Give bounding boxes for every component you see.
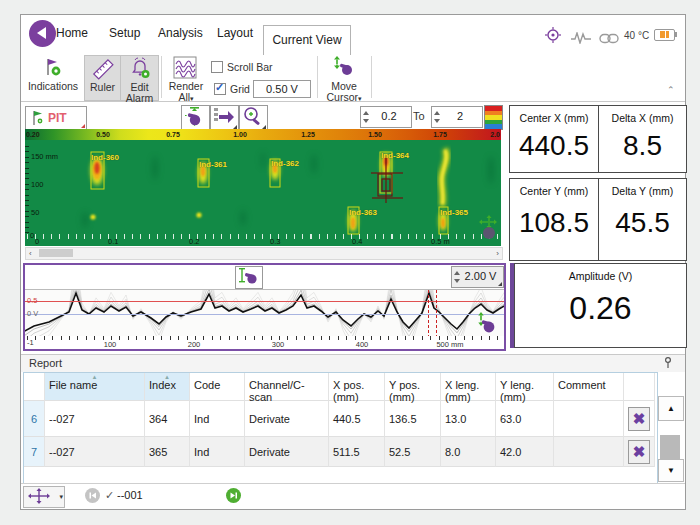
- indication-label[interactable]: Ind-361: [199, 160, 227, 169]
- cell-y-leng[interactable]: 63.0: [496, 401, 554, 437]
- cell-file-name[interactable]: --027: [45, 437, 145, 467]
- cell-y-pos[interactable]: 136.5: [385, 401, 441, 437]
- channel-corner-mark: [81, 124, 85, 128]
- palette-button[interactable]: [484, 105, 503, 130]
- header-channel[interactable]: Channel/C-scan: [245, 373, 329, 401]
- report-title: Report: [29, 357, 62, 369]
- cell-index[interactable]: 364: [145, 401, 190, 437]
- cell-code[interactable]: Ind: [190, 401, 245, 437]
- row-number[interactable]: 7: [24, 437, 45, 467]
- cursor-line-right[interactable]: [436, 290, 437, 336]
- pan-hand-icon: [182, 106, 207, 128]
- scroll-right-arrow[interactable]: ›: [496, 249, 499, 259]
- delta-x-label: Delta X (mm): [599, 112, 686, 124]
- menu-item-layout[interactable]: Layout: [217, 26, 253, 40]
- x-tick-label: 0: [35, 237, 39, 246]
- indications-button[interactable]: Indications: [23, 55, 83, 99]
- header-y-pos[interactable]: Y pos. (mm): [385, 373, 441, 401]
- skip-next-icon[interactable]: [226, 488, 241, 503]
- menu-item-analysis[interactable]: Analysis: [158, 26, 203, 40]
- scroll-down-button[interactable]: ▼: [658, 459, 684, 482]
- scrollbar-checkbox-row[interactable]: Scroll Bar: [211, 61, 273, 73]
- scrollbar-thumb[interactable]: [39, 249, 73, 257]
- cell-x-leng[interactable]: 8.0: [441, 437, 496, 467]
- cell-file-name[interactable]: --027: [45, 401, 145, 437]
- render-all-button[interactable]: Render All▾: [164, 55, 208, 99]
- header-file-name[interactable]: File name: [45, 373, 145, 401]
- indication-label[interactable]: Ind-360: [91, 153, 119, 162]
- cell-actions: ✖: [624, 437, 655, 467]
- grid-value-input[interactable]: 0.50 V: [253, 80, 311, 98]
- strip-move-cursor-icon[interactable]: [475, 312, 497, 336]
- tab-current-view[interactable]: Current View: [263, 25, 351, 55]
- cell-code[interactable]: Ind: [190, 437, 245, 467]
- back-button[interactable]: [29, 20, 56, 47]
- menu-item-home[interactable]: Home: [56, 26, 88, 40]
- cell-x-pos[interactable]: 511.5: [329, 437, 385, 467]
- header-x-pos[interactable]: X pos. (mm): [329, 373, 385, 401]
- pin-icon[interactable]: [663, 356, 673, 371]
- step-cursor-button[interactable]: [210, 105, 239, 131]
- indication-label[interactable]: Ind-362: [271, 159, 299, 168]
- delete-row-button[interactable]: ✖: [628, 407, 650, 431]
- indication-label[interactable]: Ind-365: [440, 208, 468, 217]
- cursor-line-left[interactable]: [428, 290, 429, 336]
- indication-label[interactable]: Ind-363: [349, 208, 377, 217]
- y-label-zero: 0 V: [27, 309, 38, 318]
- ruler-button[interactable]: Ruler: [84, 55, 121, 101]
- zero-line: [25, 314, 504, 315]
- amplitude-readout: Amplitude (V) 0.26: [514, 263, 687, 348]
- target-icon[interactable]: [545, 27, 561, 47]
- cell-y-pos[interactable]: 52.5: [385, 437, 441, 467]
- header-comment[interactable]: Comment: [554, 373, 624, 401]
- menu-item-setup[interactable]: Setup: [109, 26, 140, 40]
- skip-previous-icon[interactable]: [85, 488, 100, 503]
- row-number[interactable]: 6: [24, 401, 45, 437]
- strip-cursor-tool-button[interactable]: [235, 266, 263, 289]
- cell-channel[interactable]: Derivate: [245, 401, 329, 437]
- alarm-threshold-line: [25, 301, 504, 302]
- cell-comment[interactable]: [554, 437, 624, 467]
- grid-checkbox-row[interactable]: Grid: [214, 83, 250, 95]
- y-label-upper: 0.5: [27, 296, 37, 305]
- zoom-tool-button[interactable]: [239, 105, 268, 131]
- header-x-leng[interactable]: X leng. (mm): [441, 373, 496, 401]
- x-tick-label: 300: [272, 340, 285, 349]
- move-cursor-caret: ▾: [358, 95, 362, 102]
- header-index[interactable]: Index: [145, 373, 190, 401]
- indication-label[interactable]: Ind-364: [381, 151, 409, 160]
- range-from-spinner[interactable]: 0.2: [360, 106, 412, 128]
- cscan-map[interactable]: 150 mm 100 50 0 0 0.1 0.2 0.3 0.4 0.5 m …: [25, 140, 501, 246]
- report-v-scrollbar[interactable]: ▲ ▼: [658, 372, 682, 482]
- scroll-up-button[interactable]: ▲: [658, 396, 684, 421]
- cscan-h-scrollbar[interactable]: ‹ ›: [25, 247, 503, 260]
- channel-selector-button[interactable]: PIT: [25, 106, 87, 130]
- ribbon-collapse-chevron[interactable]: ⌃: [667, 85, 675, 95]
- cell-x-pos[interactable]: 440.5: [329, 401, 385, 437]
- scroll-left-arrow[interactable]: ‹: [29, 249, 32, 259]
- cell-comment[interactable]: [554, 401, 624, 437]
- x-tick-label: 0.1: [108, 237, 118, 246]
- range-to-spinner[interactable]: 2: [431, 106, 483, 128]
- scale-tick: 1.25: [301, 131, 315, 138]
- cell-index[interactable]: 365: [145, 437, 190, 467]
- scrollbar-checkbox[interactable]: [211, 61, 223, 73]
- pan-tool-button[interactable]: [181, 105, 210, 131]
- move-tool-caret[interactable]: ▾: [59, 493, 63, 501]
- cell-x-leng[interactable]: 13.0: [441, 401, 496, 437]
- ruler-icon: [85, 57, 120, 81]
- move-tool-button[interactable]: ▾: [23, 486, 65, 508]
- grid-checkbox[interactable]: [214, 83, 226, 95]
- header-y-leng[interactable]: Y leng. (mm): [496, 373, 554, 401]
- delete-row-button[interactable]: ✖: [628, 440, 650, 464]
- strip-plot[interactable]: 0.5 0 V: [25, 290, 504, 336]
- header-code[interactable]: Code: [190, 373, 245, 401]
- cell-channel[interactable]: Derivate: [245, 437, 329, 467]
- edit-alarm-button[interactable]: Edit Alarm: [120, 55, 159, 101]
- move-cursor-button[interactable]: Move Cursor▾: [321, 55, 367, 99]
- cell-y-leng[interactable]: 42.0: [496, 437, 554, 467]
- map-move-cursor-icon[interactable]: [478, 215, 500, 245]
- report-title-bar: Report: [21, 354, 685, 372]
- strip-scale-spinner[interactable]: 2.00 V: [451, 266, 504, 288]
- report-table: File name Index Code Channel/C-scan X po…: [23, 372, 658, 484]
